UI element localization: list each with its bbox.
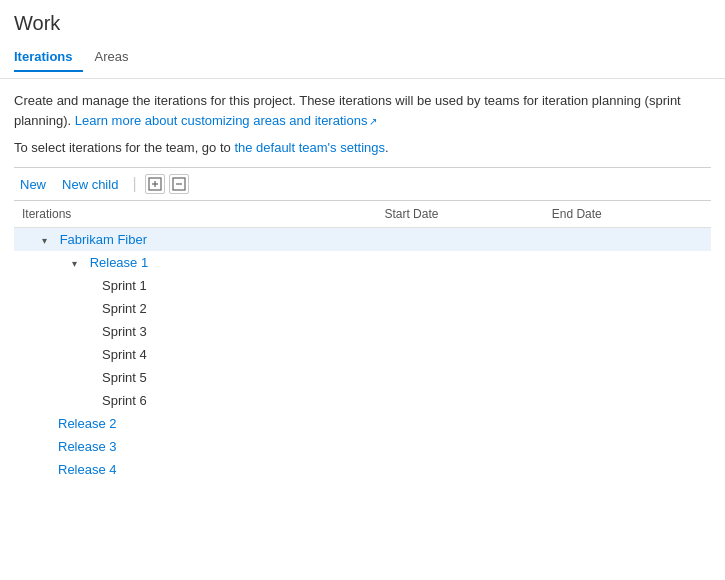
start-date-cell (376, 343, 543, 366)
tabs-bar: Iterations Areas (14, 43, 711, 72)
collapse-icon: ▾ (42, 235, 56, 246)
start-date-cell (376, 320, 543, 343)
tab-areas[interactable]: Areas (95, 43, 139, 72)
collapse-icon: ▾ (72, 258, 86, 269)
end-date-cell (544, 251, 711, 274)
content-area: Create and manage the iterations for thi… (0, 79, 725, 493)
start-date-cell (376, 435, 543, 458)
iteration-cell[interactable]: Sprint 6 (14, 389, 376, 412)
iteration-cell[interactable]: Sprint 2 (14, 297, 376, 320)
toolbar-separator: | (132, 175, 136, 193)
iteration-link[interactable]: Release 4 (58, 462, 117, 477)
iteration-cell[interactable]: Release 3 (14, 435, 376, 458)
expand-all-button[interactable] (145, 174, 165, 194)
description-text: Create and manage the iterations for thi… (14, 91, 711, 130)
iteration-cell[interactable]: Release 4 (14, 458, 376, 481)
start-date-cell (376, 389, 543, 412)
table-header: Iterations Start Date End Date (14, 201, 711, 228)
table-row[interactable]: ▾ Fabrikam Fiber (14, 228, 711, 252)
start-date-cell (376, 251, 543, 274)
iterations-table: Iterations Start Date End Date ▾ Fabrika… (14, 201, 711, 481)
iteration-link[interactable]: Release 3 (58, 439, 117, 454)
end-date-cell (544, 412, 711, 435)
table-row[interactable]: Release 4 (14, 458, 711, 481)
iteration-cell[interactable]: Sprint 5 (14, 366, 376, 389)
start-date-cell (376, 366, 543, 389)
team-link-suffix: . (385, 140, 389, 155)
iteration-cell[interactable]: Sprint 3 (14, 320, 376, 343)
end-date-cell (544, 343, 711, 366)
col-header-start-date: Start Date (376, 201, 543, 228)
page-header: Work Iterations Areas (0, 0, 725, 79)
start-date-cell (376, 297, 543, 320)
iteration-cell[interactable]: Sprint 1 (14, 274, 376, 297)
team-settings-link[interactable]: the default team's settings (234, 140, 385, 155)
iteration-link[interactable]: Release 1 (90, 255, 149, 270)
col-header-iterations: Iterations (14, 201, 376, 228)
team-link-prefix: To select iterations for the team, go to (14, 140, 234, 155)
learn-more-link[interactable]: Learn more about customizing areas and i… (75, 113, 378, 128)
col-header-end-date: End Date (544, 201, 711, 228)
table-row[interactable]: ▾ Release 1 (14, 251, 711, 274)
collapse-all-button[interactable] (169, 174, 189, 194)
end-date-cell (544, 297, 711, 320)
iteration-link[interactable]: Sprint 3 (102, 324, 147, 339)
iteration-link[interactable]: Sprint 6 (102, 393, 147, 408)
start-date-cell (376, 458, 543, 481)
end-date-cell (544, 320, 711, 343)
table-row[interactable]: Release 2 (14, 412, 711, 435)
end-date-cell (544, 228, 711, 252)
tab-iterations[interactable]: Iterations (14, 43, 83, 72)
start-date-cell (376, 412, 543, 435)
table-row[interactable]: Sprint 6 (14, 389, 711, 412)
iteration-cell[interactable]: ▾ Release 1 (14, 251, 376, 274)
team-link-line: To select iterations for the team, go to… (14, 140, 711, 155)
iteration-cell[interactable]: ▾ Fabrikam Fiber (14, 228, 376, 252)
end-date-cell (544, 274, 711, 297)
start-date-cell (376, 228, 543, 252)
iteration-link[interactable]: Sprint 4 (102, 347, 147, 362)
start-date-cell (376, 274, 543, 297)
table-body: ▾ Fabrikam Fiber ▾ Release 1 (14, 228, 711, 482)
table-row[interactable]: Sprint 3 (14, 320, 711, 343)
new-child-button[interactable]: New child (56, 175, 124, 194)
iteration-cell[interactable]: Release 2 (14, 412, 376, 435)
table-row[interactable]: Sprint 4 (14, 343, 711, 366)
page-title: Work (14, 12, 711, 35)
iteration-link[interactable]: Sprint 1 (102, 278, 147, 293)
end-date-cell (544, 458, 711, 481)
iteration-link[interactable]: Sprint 5 (102, 370, 147, 385)
table-row[interactable]: Release 3 (14, 435, 711, 458)
end-date-cell (544, 435, 711, 458)
new-button[interactable]: New (14, 175, 52, 194)
table-row[interactable]: Sprint 2 (14, 297, 711, 320)
end-date-cell (544, 366, 711, 389)
iteration-link[interactable]: Sprint 2 (102, 301, 147, 316)
iteration-link[interactable]: Release 2 (58, 416, 117, 431)
external-link-icon: ↗ (369, 116, 377, 127)
iteration-link[interactable]: Fabrikam Fiber (60, 232, 147, 247)
end-date-cell (544, 389, 711, 412)
toolbar: New New child | (14, 167, 711, 201)
table-row[interactable]: Sprint 1 (14, 274, 711, 297)
table-row[interactable]: Sprint 5 (14, 366, 711, 389)
iteration-cell[interactable]: Sprint 4 (14, 343, 376, 366)
